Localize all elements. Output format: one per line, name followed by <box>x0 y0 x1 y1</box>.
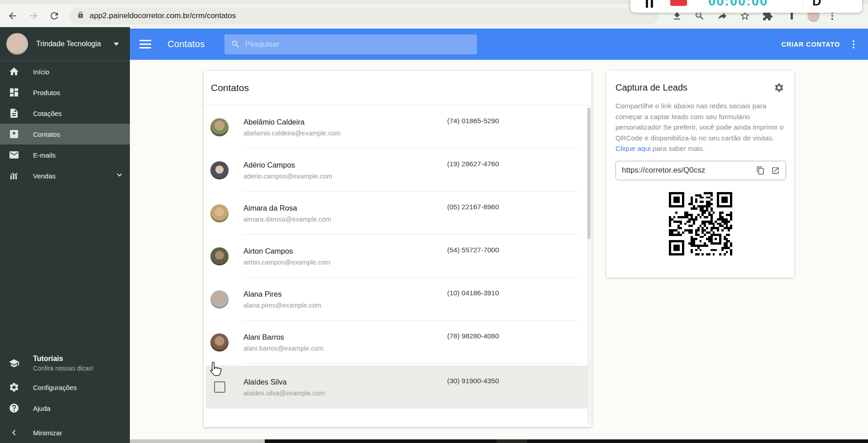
account-avatar <box>6 33 28 55</box>
home-icon <box>9 66 19 77</box>
lock-icon[interactable] <box>77 11 84 20</box>
contact-row[interactable]: Alani Barros alani.barros@example.com (7… <box>204 321 591 364</box>
open-in-new-icon[interactable] <box>771 166 780 175</box>
sidebar-item-label: Minimizar <box>33 429 62 437</box>
contact-row[interactable]: Alaídes Silva alaides.silva@example.com … <box>206 366 588 409</box>
contact-avatar-slot <box>210 333 229 352</box>
scrollbar-thumb[interactable] <box>587 108 591 239</box>
sidebar-menu: InícioProdutosCotaçõesContatosE-mailsVen… <box>0 61 130 186</box>
contacts-scrollbar[interactable] <box>587 107 591 424</box>
sidebar-item-label: Ajuda <box>33 404 50 412</box>
sidebar-item-label: Configurações <box>33 384 77 391</box>
share-url-box[interactable]: https://corretor.es/Q0csz <box>615 161 786 180</box>
main-content: Contatos Abelâmio Caldeira abelamio.cald… <box>130 60 868 439</box>
contact-email: abelamio.caldeira@example.com <box>243 130 447 137</box>
leads-capture-card: Captura de Leads Compartilhe o link abai… <box>606 71 794 278</box>
share-url-text: https://corretor.es/Q0csz <box>622 166 705 175</box>
contact-row[interactable]: Adério Campos aderio.campos@example.com … <box>204 149 591 192</box>
sidebar-item-label: Cotações <box>33 110 62 117</box>
contact-avatar <box>210 333 229 352</box>
contact-row[interactable]: Aimara da Rosa aimara.darosa@example.com… <box>204 192 591 235</box>
contact-name: Alaídes Silva <box>243 378 447 386</box>
back-icon[interactable] <box>7 10 18 21</box>
leads-card-title: Captura de Leads <box>615 82 687 93</box>
contact-name: Alana Pires <box>243 290 447 299</box>
sidebar-item-tutoriais[interactable]: Tutoriais Confira nossas dicas! <box>0 350 130 377</box>
address-bar[interactable]: app2.paineldocorretor.com.br/crm/contato… <box>70 7 658 24</box>
recorder-logo: D <box>812 0 821 9</box>
contact-row[interactable]: Airton Campos airton.campos@example.com … <box>204 235 591 278</box>
url-text: app2.paineldocorretor.com.br/crm/contato… <box>90 11 236 20</box>
contact-name: Airton Campos <box>243 247 447 255</box>
contact-email: alaides.silva@example.com <box>243 390 447 397</box>
search-input[interactable] <box>245 40 462 49</box>
contact-email: alani.barros@example.com <box>243 345 447 352</box>
account-name: Trindade Tecnologia <box>36 40 101 48</box>
contact-phone: (74) 01865-5290 <box>447 117 499 125</box>
sidebar-item-inicio[interactable]: Início <box>0 61 130 82</box>
recorder-divider <box>803 0 804 9</box>
contact-avatar-slot <box>210 290 229 308</box>
sidebar-item-emails[interactable]: E-mails <box>0 144 130 165</box>
pause-icon[interactable] <box>646 0 653 8</box>
account-dropdown-icon <box>114 43 119 46</box>
sidebar-item-cotacoes[interactable]: Cotações <box>0 103 130 124</box>
sidebar-item-vendas[interactable]: Vendas <box>0 165 130 186</box>
contact-phone: (54) 55727-7000 <box>447 246 499 254</box>
page-title: Contatos <box>167 39 205 49</box>
contact-phone: (05) 22167-8960 <box>447 203 499 211</box>
contact-phone: (19) 28627-4760 <box>447 160 499 168</box>
graduation-cap-icon <box>9 358 19 369</box>
search-box[interactable] <box>224 34 477 54</box>
app-bar: Contatos CRIAR CONTATO <box>130 29 868 60</box>
sidebar-item-minimizar[interactable]: Minimizar <box>0 422 130 443</box>
stop-record-button[interactable] <box>670 0 687 6</box>
contact-name: Alani Barros <box>243 333 447 342</box>
contact-email: aimara.darosa@example.com <box>243 216 447 223</box>
sidebar-item-ajuda[interactable]: Ajuda <box>0 398 130 419</box>
contact-avatar <box>210 118 229 136</box>
contact-phone: (10) 04186-3910 <box>447 289 499 297</box>
contact-name: Aimara da Rosa <box>243 204 447 212</box>
clique-aqui-link[interactable]: Clique aqui <box>615 144 651 152</box>
contacts-card-header: Contatos <box>204 71 591 106</box>
chevron-down-icon[interactable] <box>114 170 124 182</box>
sidebar-item-label: Produtos <box>33 89 60 96</box>
sidebar: Trindade Tecnologia InícioProdutosCotaçõ… <box>0 27 130 443</box>
browser-menu-icon[interactable] <box>831 12 833 20</box>
contact-avatar-slot <box>210 118 229 136</box>
contact-row[interactable]: Alana Pires alana.pires@example.com (10)… <box>204 278 591 321</box>
sidebar-item-contatos[interactable]: Contatos <box>0 124 130 144</box>
contact-email: airton.campos@example.com <box>243 259 447 266</box>
contact-list: Abelâmio Caldeira abelamio.caldeira@exam… <box>204 106 591 409</box>
appbar-menu-icon[interactable] <box>853 40 854 48</box>
recording-timer: 00:00:00 <box>708 0 768 9</box>
copy-icon[interactable] <box>756 166 765 175</box>
contact-avatar <box>210 204 229 222</box>
qr-code <box>669 192 732 255</box>
create-contact-button[interactable]: CRIAR CONTATO <box>781 41 840 48</box>
email-icon <box>9 149 19 160</box>
account-switcher[interactable]: Trindade Tecnologia <box>0 27 130 61</box>
help-icon <box>9 403 19 414</box>
sidebar-item-label: Início <box>33 68 49 76</box>
forward-icon[interactable] <box>28 10 39 21</box>
search-icon <box>231 39 240 49</box>
contact-avatar <box>210 290 229 308</box>
screen-recorder-overlay: 00:00:00 D <box>630 0 862 13</box>
contact-checkbox[interactable] <box>214 381 225 393</box>
contacts-card-icon <box>9 129 19 140</box>
sidebar-item-configuracoes[interactable]: Configurações <box>0 377 130 398</box>
hamburger-menu-icon[interactable] <box>139 40 151 48</box>
leads-settings-gear-icon[interactable] <box>774 82 784 93</box>
sidebar-item-label: E-mails <box>33 151 56 159</box>
contact-avatar-slot <box>210 247 229 265</box>
sidebar-item-produtos[interactable]: Produtos <box>0 82 130 103</box>
contact-row[interactable]: Abelâmio Caldeira abelamio.caldeira@exam… <box>204 106 591 149</box>
chevron-left-icon <box>9 427 19 438</box>
refresh-icon[interactable] <box>49 10 60 21</box>
tutorials-title: Tutoriais <box>33 355 94 363</box>
quotes-document-icon <box>9 108 19 119</box>
contact-email: alana.pires@example.com <box>243 302 447 309</box>
contact-avatar <box>210 247 229 265</box>
